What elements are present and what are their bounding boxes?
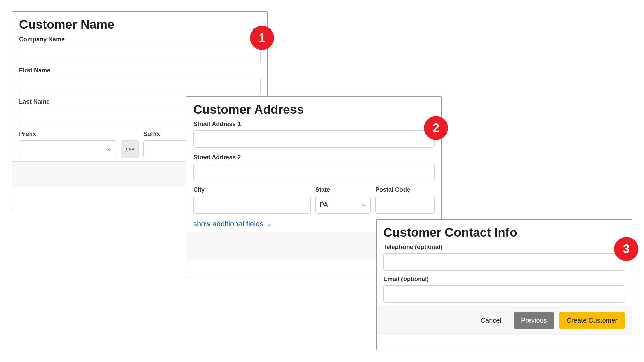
- city-input[interactable]: [193, 196, 311, 214]
- telephone-input[interactable]: [383, 253, 625, 271]
- first-name-input[interactable]: [19, 77, 261, 94]
- create-customer-button[interactable]: Create Customer: [559, 312, 625, 329]
- state-label: State: [315, 186, 371, 193]
- chevron-down-icon: [107, 146, 112, 152]
- first-name-label: First Name: [19, 67, 261, 74]
- street2-label: Street Address 2: [193, 154, 435, 161]
- show-additional-fields-text: show additional fields: [193, 220, 263, 228]
- email-input[interactable]: [383, 285, 625, 303]
- company-name-input[interactable]: [19, 46, 261, 63]
- street1-input[interactable]: [193, 130, 435, 148]
- panel2-title: Customer Address: [193, 103, 435, 117]
- street1-label: Street Address 1: [193, 121, 435, 128]
- panel-customer-contact: Customer Contact Info Telephone (optiona…: [376, 219, 632, 350]
- state-value: PA: [320, 201, 328, 209]
- prefix-label: Prefix: [19, 131, 116, 138]
- show-additional-fields-link[interactable]: show additional fields: [193, 220, 272, 228]
- step-badge-2: 2: [424, 116, 448, 140]
- panel3-title: Customer Contact Info: [383, 226, 625, 240]
- email-label: Email (optional): [383, 276, 625, 283]
- previous-button[interactable]: Previous: [514, 312, 554, 329]
- company-name-label: Company Name: [19, 36, 261, 43]
- more-options-button[interactable]: [121, 140, 139, 158]
- panel3-footer: Cancel Previous Create Customer: [377, 306, 632, 335]
- prefix-select[interactable]: [19, 140, 116, 158]
- step-badge-1: 1: [250, 26, 274, 50]
- chevron-down-icon: [267, 221, 272, 227]
- panel1-title: Customer Name: [19, 18, 261, 32]
- state-select[interactable]: PA: [315, 196, 371, 214]
- chevron-down-icon: [361, 202, 366, 207]
- city-label: City: [193, 186, 311, 193]
- postal-label: Postal Code: [375, 186, 435, 193]
- postal-input[interactable]: [375, 196, 435, 214]
- cancel-button[interactable]: Cancel: [473, 312, 509, 329]
- street2-input[interactable]: [193, 164, 435, 181]
- telephone-label: Telephone (optional): [383, 244, 625, 251]
- ellipsis-icon: [126, 148, 127, 150]
- step-badge-3: 3: [614, 237, 638, 261]
